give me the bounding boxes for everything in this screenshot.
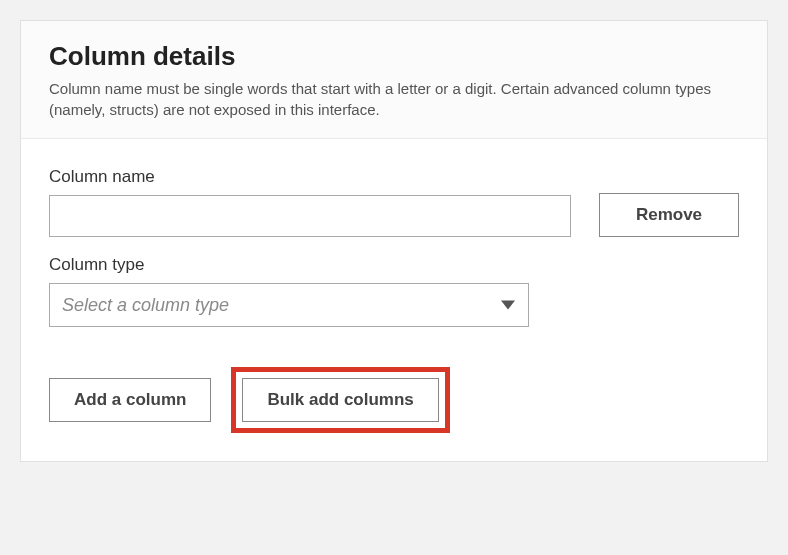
column-name-row: Column name Remove xyxy=(49,167,739,237)
column-type-select[interactable]: Select a column type xyxy=(49,283,529,327)
column-type-placeholder: Select a column type xyxy=(49,283,529,327)
add-column-button[interactable]: Add a column xyxy=(49,378,211,422)
actions-row: Add a column Bulk add columns xyxy=(49,367,739,433)
panel-subtitle: Column name must be single words that st… xyxy=(49,78,739,120)
panel-header: Column details Column name must be singl… xyxy=(21,21,767,139)
panel-title: Column details xyxy=(49,41,739,72)
column-name-label: Column name xyxy=(49,167,571,187)
remove-button[interactable]: Remove xyxy=(599,193,739,237)
highlight-annotation: Bulk add columns xyxy=(231,367,449,433)
column-type-group: Column type Select a column type xyxy=(49,255,739,327)
bulk-add-columns-button[interactable]: Bulk add columns xyxy=(242,378,438,422)
column-name-group: Column name xyxy=(49,167,571,237)
column-details-panel: Column details Column name must be singl… xyxy=(20,20,768,462)
column-name-input[interactable] xyxy=(49,195,571,237)
panel-body: Column name Remove Column type Select a … xyxy=(21,139,767,461)
column-type-label: Column type xyxy=(49,255,739,275)
